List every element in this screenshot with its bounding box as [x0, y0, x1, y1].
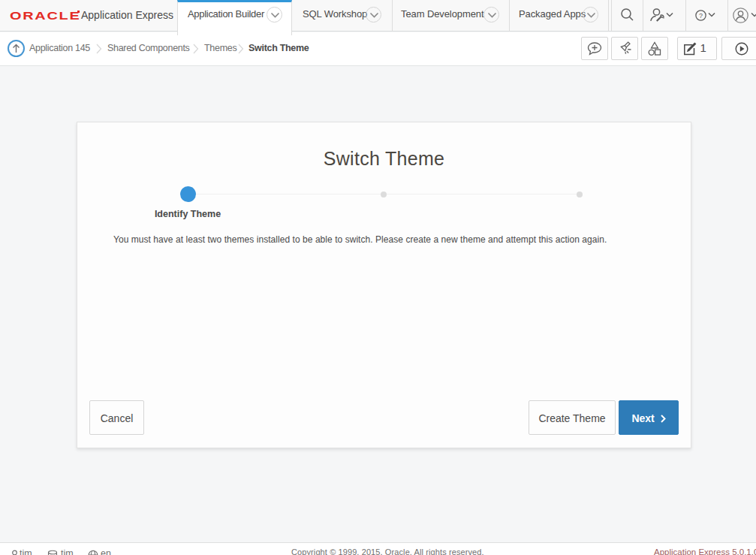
svg-text:1: 1: [700, 41, 706, 54]
svg-text:?: ?: [699, 12, 703, 20]
